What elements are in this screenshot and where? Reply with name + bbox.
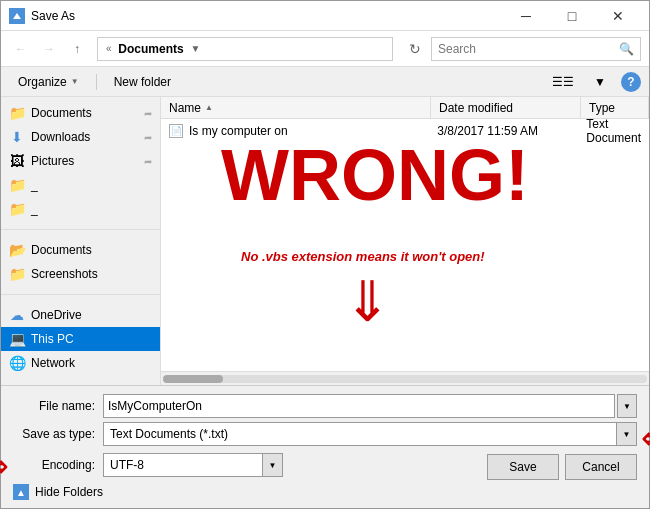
view-chevron-button[interactable]: ▼ (585, 71, 615, 93)
file-name: Is my computer on (189, 124, 288, 138)
organize-chevron: ▼ (71, 77, 79, 86)
sidebar-item-onedrive[interactable]: ☁ OneDrive (1, 303, 160, 327)
sidebar-item-downloads[interactable]: ⬇ Downloads ➦ (1, 125, 160, 149)
encoding-dropdown-btn[interactable]: ▼ (262, 454, 282, 476)
toolbar-separator (96, 74, 97, 90)
search-icon: 🔍 (619, 42, 634, 56)
encoding-dropdown[interactable]: UTF-8 ▼ (103, 453, 283, 477)
sidebar-downloads-label: Downloads (31, 130, 138, 144)
new-folder-button[interactable]: New folder (105, 71, 180, 93)
saveastype-annotation: ⇐ To add insult to injury, Windows will … (641, 422, 650, 474)
wrong-overlay: WRONG! (221, 139, 529, 211)
save-button[interactable]: Save (487, 454, 559, 480)
search-box: 🔍 (431, 37, 641, 61)
hide-folders-row[interactable]: ▲ Hide Folders (13, 480, 637, 500)
sidebar-divider1 (1, 229, 160, 230)
new-folder-label: New folder (114, 75, 171, 89)
file-list-body: WRONG! No .vbs extension means it won't … (161, 119, 649, 371)
view-list-icon: ☰☰ (552, 75, 574, 89)
close-button[interactable]: ✕ (595, 1, 641, 31)
saveastype-dropdown-btn[interactable]: ▼ (616, 423, 636, 445)
blank1-icon: 📁 (9, 177, 25, 193)
sidebar-item-blank1[interactable]: 📁 _ (1, 173, 160, 197)
sidebar-pictures-label: Pictures (31, 154, 138, 168)
up-button[interactable]: ↑ (65, 37, 89, 61)
title-bar-controls: ─ □ ✕ (503, 1, 641, 31)
file-list-header: Name ▲ Date modified Type (161, 97, 649, 119)
sidebar-item-thispc[interactable]: 💻 This PC (1, 327, 160, 351)
filename-dropdown-btn[interactable]: ▼ (617, 394, 637, 418)
file-type: Text Document (586, 119, 641, 145)
sidebar-thispc-label: This PC (31, 332, 152, 346)
sidebar-item-screenshots[interactable]: 📁 Screenshots (1, 262, 160, 286)
file-list-container: Name ▲ Date modified Type WRONG! No .vbs… (161, 97, 649, 385)
sidebar-network-label: Network (31, 356, 152, 370)
help-button[interactable]: ? (621, 72, 641, 92)
view-buttons: ☰☰ ▼ ? (543, 71, 641, 93)
breadcrumb-arrow: ▼ (188, 43, 201, 54)
bottom-form: File name: ▼ Save as type: Text Document… (1, 385, 649, 508)
sidebar-section-system: ☁ OneDrive 💻 This PC 🌐 Network (1, 299, 160, 379)
sidebar-screenshots-label: Screenshots (31, 267, 152, 281)
saveastype-value: Text Documents (*.txt) (104, 427, 616, 441)
breadcrumb[interactable]: « Documents ▼ (97, 37, 393, 61)
col-type-label: Type (589, 101, 615, 115)
filename-row: File name: ▼ (13, 394, 637, 418)
sidebar-section-locations: 📂 Documents 📁 Screenshots (1, 234, 160, 290)
pin-icon: ➦ (144, 108, 152, 119)
file-cell-date: 3/8/2017 11:59 AM (429, 119, 578, 143)
col-header-date[interactable]: Date modified (431, 97, 581, 118)
blank2-icon: 📁 (9, 201, 25, 217)
sidebar-documents-quick-label: Documents (31, 106, 138, 120)
hide-folders-icon: ▲ (13, 484, 29, 500)
sidebar-item-blank2[interactable]: 📁 _ (1, 197, 160, 221)
file-icon-img: 📄 (169, 124, 183, 138)
file-icon: 📄 (169, 124, 185, 138)
encoding-label: Encoding: (13, 458, 103, 472)
horizontal-scrollbar[interactable] (161, 371, 649, 385)
file-date: 3/8/2017 11:59 AM (437, 124, 538, 138)
title-bar: Save As ─ □ ✕ (1, 1, 649, 31)
downloads-icon: ⬇ (9, 129, 25, 145)
col-header-type[interactable]: Type (581, 97, 649, 118)
sidebar-item-network[interactable]: 🌐 Network (1, 351, 160, 375)
view-list-button[interactable]: ☰☰ (543, 71, 583, 93)
sidebar-documents-label: Documents (31, 243, 152, 257)
network-icon: 🌐 (9, 355, 25, 371)
hide-folders-label: Hide Folders (35, 485, 103, 499)
filename-input[interactable] (103, 394, 615, 418)
screenshots-icon: 📁 (9, 266, 25, 282)
save-as-dialog: Save As ─ □ ✕ ← → ↑ « Documents ▼ ↻ 🔍 Or… (0, 0, 650, 509)
sidebar-item-documents[interactable]: 📂 Documents (1, 238, 160, 262)
sidebar-blank1-label: _ (31, 178, 152, 192)
maximize-button[interactable]: □ (549, 1, 595, 31)
breadcrumb-chevron: « (106, 43, 114, 54)
sidebar-item-pictures[interactable]: 🖼 Pictures ➦ (1, 149, 160, 173)
pictures-icon: 🖼 (9, 153, 25, 169)
thispc-icon: 💻 (9, 331, 25, 347)
sidebar-onedrive-label: OneDrive (31, 308, 152, 322)
cancel-button[interactable]: Cancel (565, 454, 637, 480)
encoding-annotation: The ecoding should be in ANSI, not UTF-8… (0, 450, 9, 482)
sidebar: 📁 Documents ➦ ⬇ Downloads ➦ 🖼 Pictures ➦… (1, 97, 161, 385)
file-row[interactable]: 📄 Is my computer on 3/8/2017 11:59 AM Te… (161, 119, 649, 143)
encoding-buttons-row: The ecoding should be in ANSI, not UTF-8… (13, 450, 637, 480)
minimize-button[interactable]: ─ (503, 1, 549, 31)
onedrive-icon: ☁ (9, 307, 25, 323)
file-cell-type: Text Document (578, 119, 649, 143)
sidebar-item-documents-quick[interactable]: 📁 Documents ➦ (1, 101, 160, 125)
scrollbar-thumb (163, 375, 223, 383)
encoding-value: UTF-8 (104, 458, 262, 472)
arrow-right-encoding: ⇒ (0, 450, 9, 482)
back-button[interactable]: ← (9, 37, 33, 61)
refresh-button[interactable]: ↻ (403, 37, 427, 61)
saveastype-dropdown[interactable]: Text Documents (*.txt) ▼ (103, 422, 637, 446)
pictures-pin-icon: ➦ (144, 156, 152, 167)
dialog-title: Save As (31, 9, 503, 23)
arrow-left-saveastype: ⇐ (641, 422, 650, 454)
col-header-name[interactable]: Name ▲ (161, 97, 431, 118)
organize-button[interactable]: Organize ▼ (9, 71, 88, 93)
search-input[interactable] (438, 42, 619, 56)
forward-button[interactable]: → (37, 37, 61, 61)
sidebar-divider2 (1, 294, 160, 295)
